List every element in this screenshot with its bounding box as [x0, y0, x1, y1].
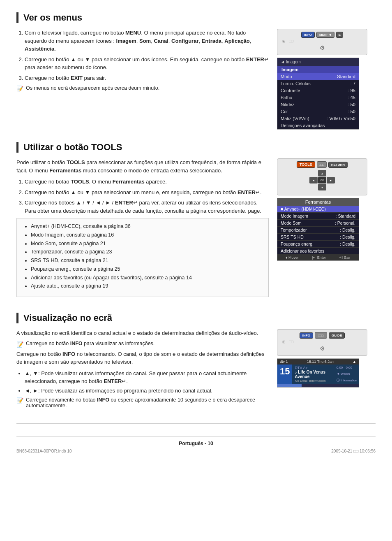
- footer-sair: +Ⅱ Sair: [339, 255, 350, 260]
- row-value-nitidez: : 50: [348, 102, 355, 107]
- row-value-brilho: : 45: [348, 95, 355, 100]
- btn-tools: TOOLS: [297, 161, 315, 168]
- viz-note1-text: Carregue no botão INFO para visualizar a…: [26, 341, 154, 346]
- dpad-down: ▼: [318, 184, 326, 190]
- viz-intro: A visualização no ecrã identifica o cana…: [16, 329, 269, 337]
- tools-som-value: : Personal.: [335, 221, 355, 225]
- tv-menu-row-lumin: Lumin. Células : 7: [277, 80, 359, 87]
- note-1: 📝 Os menus no ecrã desaparecem após cerc…: [16, 85, 269, 92]
- step-1-1: Com o televisor ligado, carregue no botã…: [25, 29, 269, 53]
- tv-menu-row-cor: Cor : 50: [277, 108, 359, 115]
- steps-list-1: Com o televisor ligado, carregue no botã…: [16, 29, 269, 82]
- progress-bar-container: [277, 384, 359, 387]
- viz-bullet-1: ▲, ▼: Pode visualizar outras informações…: [25, 369, 269, 385]
- tools-modo-label: Modo Imagem: [281, 214, 308, 218]
- btn-guide: GUIDE: [329, 332, 345, 339]
- viz-bullet-2: ◄, ►: Pode visualizar as informações do …: [25, 387, 269, 395]
- icon-tools-bottom: ⚙: [320, 44, 325, 51]
- tools-temp-value: : Deslig.: [340, 228, 355, 232]
- progress-bar-fill: [277, 384, 302, 387]
- section-title-3: Visualização no ecrã: [16, 313, 376, 323]
- viz-note2-text: Carregue novamente no botão INFO ou espe…: [26, 397, 269, 409]
- step-1-3: Carregue no botão EXIT para sair.: [25, 74, 269, 82]
- section-ver-os-menus: Ver os menus Com o televisor ligado, car…: [16, 12, 376, 130]
- tools-row-srs: SRS TS HD : Deslig.: [277, 234, 359, 241]
- section-text-3: A visualização no ecrã identifica o cana…: [16, 329, 269, 411]
- section-content-2: Pode utilizar o botão TOOLS para selecci…: [16, 158, 376, 300]
- bullet-temporizador: Temporizador, consulte a página 23: [31, 248, 263, 256]
- footer-file-right: 2009-10-21 □□ 10:06:56: [331, 449, 376, 453]
- tools-row-modo-imagem: Modo Imagem : Standard: [277, 213, 359, 220]
- ig-channel-label: dtv 1: [280, 360, 288, 364]
- tv-menu-header-1: ◄ Imagem: [277, 58, 359, 66]
- progress-label: 0:00 - 0:00: [337, 366, 357, 369]
- tools-som-label: Modo Som: [281, 221, 302, 225]
- section-content-3: A visualização no ecrã identifica o cana…: [16, 329, 376, 411]
- tools-temp-label: Temporizador: [281, 228, 307, 232]
- icon-left-3: ⊞: [282, 340, 286, 344]
- dpad-right: ►: [327, 177, 335, 183]
- note-icon-2: 📝: [16, 341, 23, 348]
- channel-details: DTV Air ♪ Life On Venus Avenue No Detail…: [292, 365, 334, 384]
- footer-container: Português - 10 BN68-02331A-00POR.indb 10…: [16, 423, 376, 453]
- btn-e: E: [336, 32, 343, 38]
- icon-bottom-3: ⚙: [320, 345, 325, 352]
- remote-diagram-3: INFO □□□ GUIDE ⊞ □□ ⚙: [277, 329, 367, 356]
- tools-menu-title: Ferramentas: [277, 198, 359, 206]
- tools-favoritos-label: Adicionar aos favoritos: [281, 248, 324, 253]
- section-visualizacao: Visualização no ecrã A visualização no e…: [16, 313, 376, 411]
- bullet-poupanca: Poupança energ., consulte a página 25: [31, 265, 263, 273]
- program-name: ♪ Life On Venus Avenue: [295, 370, 332, 379]
- icon-mid: □□: [289, 39, 293, 43]
- info-guide-main: 15 DTV Air ♪ Life On Venus Avenue No Det…: [277, 365, 359, 384]
- tools-row-anynet: ■ Anynet+ (HDMI-CEC): [277, 206, 359, 213]
- footer-file: BN68-02331A-00POR.indb 10 2009-10-21 □□ …: [16, 449, 376, 453]
- tools-row-favoritos: Adicionar aos favoritos: [277, 248, 359, 255]
- viz-note2: 📝 Carregue novamente no botão INFO ou es…: [16, 397, 269, 409]
- tools-anynet-label: ■ Anynet+ (HDMI-CEC): [281, 207, 326, 211]
- row-label-cor: Cor: [281, 109, 288, 114]
- tools-row-poupanca: Poupança energ. : Deslig.: [277, 241, 359, 248]
- row-label-brilho: Brilho: [281, 95, 292, 100]
- tools-row-modo-som: Modo Som : Personal.: [277, 220, 359, 227]
- info-guide-box: dtv 1 18:11 Thu 6 Jan ▲ 15 DTV Air ♪ Lif…: [277, 358, 359, 388]
- bullet-modo-som: Modo Som, consulte a página 21: [31, 240, 263, 248]
- tools-menu-footer: ♦ Mover |↵ Enter +Ⅱ Sair: [277, 255, 359, 260]
- section-content-1: Com o televisor ligado, carregue no botã…: [16, 29, 376, 130]
- viz-para: Carregue no botão INFO no telecomando. O…: [16, 350, 269, 366]
- tv-header-left: ◄ Imagem: [281, 60, 301, 64]
- tools-bullet-list: Anynet+ (HDMI-CEC), consulte a página 36…: [23, 223, 263, 290]
- btn-menu: MEN⁻◄: [316, 32, 334, 38]
- footer-file-left: BN68-02331A-00POR.indb 10: [16, 449, 72, 453]
- tools-poupanca-label: Poupança energ.: [281, 241, 314, 246]
- tools-step-3: Carregue nos botões ▲ / ▼ / ◄ / ► / ENTE…: [25, 199, 269, 215]
- tools-row-temporizador: Temporizador : Deslig.: [277, 227, 359, 234]
- tools-bullet-box: Anynet+ (HDMI-CEC), consulte a página 36…: [16, 218, 269, 297]
- footer-mover: ♦ Mover: [286, 255, 299, 260]
- section-image-2: TOOLS □□□ RETURN ▲ ◄ OK ► ▼: [277, 158, 376, 261]
- info-guide-bar-top: dtv 1 18:11 Thu 6 Jan ▲: [277, 359, 359, 365]
- viz-note1: 📝 Carregue no botão INFO para visualizar…: [16, 341, 269, 348]
- viz-bullets: ▲, ▼: Pode visualizar outras informações…: [16, 369, 269, 395]
- tv-menu-row-def: Definições avançadas: [277, 122, 359, 129]
- info-label: ⓘ Information: [337, 378, 357, 383]
- section-image-3: INFO □□□ GUIDE ⊞ □□ ⚙ dtv 1 18:11 Thu 6 …: [277, 329, 376, 388]
- row-label-def: Definições avançadas: [281, 123, 325, 128]
- step-1-2: Carregue no botão ▲ ou ▼ para selecciona…: [25, 56, 269, 72]
- tv-menu-title-1: Imagem: [277, 66, 359, 73]
- dpad: ▲ ◄ OK ► ▼: [309, 170, 335, 190]
- tv-menu-row-matiz: Matiz (Vd/Vm) : Vd50 / Vm50: [277, 115, 359, 122]
- subtext: No Detail Information: [295, 379, 332, 383]
- bullet-ajuste: Ajuste auto., consulte a página 19: [31, 282, 263, 290]
- channel-actions: 0:00 - 0:00 ◄ Watch ⓘ Information: [335, 365, 359, 384]
- btn-info: INFO: [301, 32, 315, 38]
- dpad-left: ◄: [309, 177, 318, 183]
- section-title-1: Ver os menus: [16, 12, 376, 23]
- tools-step-1: Carregue no botão TOOLS. O menu Ferramen…: [25, 178, 269, 186]
- remote-diagram-1: INFO MEN⁻◄ E ⊞ □□ ⚙: [277, 29, 367, 55]
- ig-time: 18:11 Thu 6 Jan: [307, 360, 334, 364]
- tv-menu-row-contraste: Contraste : 95: [277, 87, 359, 94]
- tools-poupanca-value: : Deslig.: [340, 241, 355, 246]
- btn-bar-3: □□□: [315, 332, 327, 339]
- tools-intro: Pode utilizar o botão TOOLS para selecci…: [16, 158, 269, 174]
